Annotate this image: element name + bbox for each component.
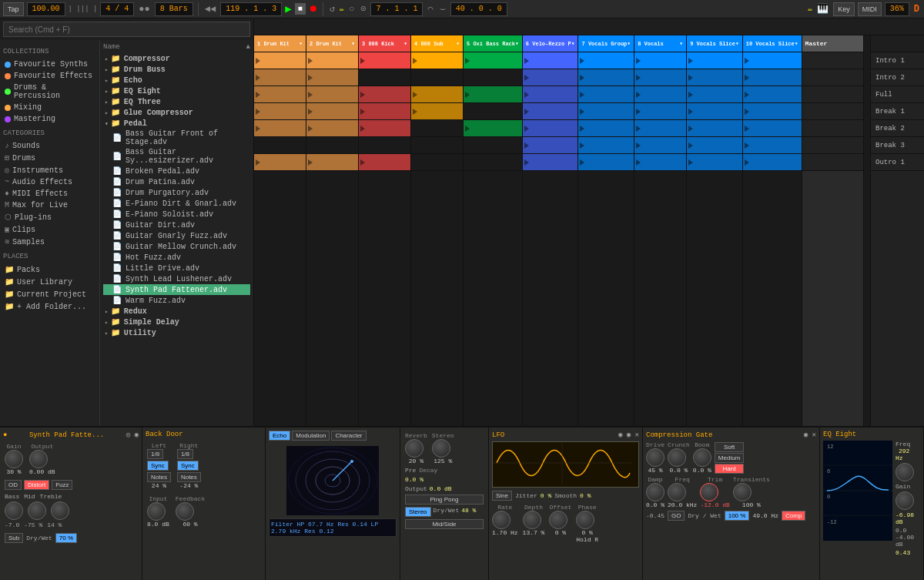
category-item[interactable]: ~Audio Effects: [3, 176, 96, 188]
power-icon[interactable]: ●: [3, 431, 7, 439]
mid-knob[interactable]: [28, 501, 46, 520]
file-tree-item[interactable]: ▸📁Drum Buss: [103, 64, 250, 75]
rate-knob[interactable]: [492, 511, 511, 529]
category-item[interactable]: ⬡Plug-ins: [3, 211, 96, 223]
clip-cell[interactable]: [306, 120, 358, 137]
clip-cell[interactable]: [359, 86, 410, 103]
clip-cell[interactable]: [634, 103, 686, 120]
file-tree-item[interactable]: ▸📁EQ Eight: [103, 85, 250, 96]
drive-knob[interactable]: [646, 448, 665, 467]
eq-freq-knob[interactable]: [896, 463, 914, 481]
places-item[interactable]: 📁Current Project: [3, 288, 96, 300]
clip-cell[interactable]: [254, 137, 306, 154]
scene-label[interactable]: Intro 2: [871, 69, 924, 86]
clip-cell[interactable]: [359, 120, 410, 137]
piano-icon[interactable]: 🎹: [815, 3, 830, 15]
clip-cell[interactable]: [578, 69, 634, 86]
clip-cell[interactable]: [306, 103, 358, 120]
track-header[interactable]: 7 Vocals Group▾: [578, 35, 634, 52]
sub-button[interactable]: Sub: [5, 533, 23, 543]
master-clip-cell[interactable]: [802, 86, 863, 103]
clip-cell[interactable]: [254, 154, 306, 171]
file-tree-item[interactable]: 📄Guitar Dirt.adv: [103, 220, 250, 230]
clip-cell[interactable]: [743, 69, 802, 86]
distort-button[interactable]: Distort: [24, 480, 49, 490]
clip-cell[interactable]: [254, 86, 306, 103]
master-clip-cell[interactable]: [802, 52, 863, 69]
hard-btn[interactable]: Hard: [715, 464, 744, 474]
track-header[interactable]: 4 808 Sub▾: [411, 35, 463, 52]
record-mode-icon[interactable]: ●●: [137, 4, 151, 15]
master-clip-cell[interactable]: [802, 69, 863, 86]
char-tab[interactable]: Character: [331, 431, 366, 441]
loop-start-display[interactable]: 7 . 1 . 1: [370, 2, 423, 16]
clip-cell[interactable]: [578, 86, 634, 103]
file-tree-item[interactable]: 📄Bass Guitar Sy...esizerizer.adv: [103, 147, 250, 166]
clip-cell[interactable]: [578, 52, 634, 69]
mod-tab[interactable]: Modulation: [292, 431, 330, 441]
clip-cell[interactable]: [359, 154, 410, 171]
eq-gain-knob[interactable]: [896, 491, 914, 510]
clip-cell[interactable]: [578, 103, 634, 120]
file-tree-item[interactable]: 📄Warm Fuzz.adv: [103, 295, 250, 306]
clip-cell[interactable]: [523, 154, 578, 171]
clip-cell[interactable]: [411, 69, 463, 86]
clip-cell[interactable]: [687, 69, 742, 86]
master-clip-cell[interactable]: [802, 120, 863, 137]
clip-cell[interactable]: [578, 154, 634, 171]
clip-cell[interactable]: [743, 86, 802, 103]
time-sig-display[interactable]: 4 / 4: [100, 2, 134, 16]
reverb-knob[interactable]: [405, 439, 424, 458]
file-tree-item[interactable]: ▸📁Redux: [103, 306, 250, 317]
punch-icon[interactable]: ✏: [340, 5, 344, 14]
file-tree-item[interactable]: ▸📁Echo: [103, 75, 250, 85]
clip-cell[interactable]: [464, 137, 522, 154]
file-tree-item[interactable]: 📄Little Drive.adv: [103, 263, 250, 273]
track-header[interactable]: 8 Vocals▾: [634, 35, 686, 52]
clip-cell[interactable]: [411, 86, 463, 103]
clip-cell[interactable]: [411, 120, 463, 137]
category-item[interactable]: ⊞Drums: [3, 152, 96, 164]
search-input[interactable]: [3, 22, 250, 37]
clip-cell[interactable]: [523, 86, 578, 103]
clip-cell[interactable]: [578, 120, 634, 137]
clip-cell[interactable]: [359, 52, 410, 69]
file-tree-item[interactable]: 📄E-Piano Soloist.adv: [103, 209, 250, 220]
crunch-knob[interactable]: [668, 448, 686, 467]
clip-cell[interactable]: [634, 137, 686, 154]
files-list[interactable]: ▸📁Compressor▸📁Drum Buss▸📁Echo▸📁EQ Eight▸…: [103, 53, 250, 338]
ping-pong-btn[interactable]: Ping Pong: [405, 495, 484, 505]
feedback-knob[interactable]: [176, 502, 194, 521]
file-tree-item[interactable]: 📄Bass Guitar Front of Stage.adv: [103, 129, 250, 147]
category-item[interactable]: MMax for Live: [3, 199, 96, 211]
position-display[interactable]: 119 . 1 . 3: [220, 2, 282, 16]
clip-cell[interactable]: [743, 154, 802, 171]
clip-cell[interactable]: [634, 86, 686, 103]
clip-cell[interactable]: [687, 154, 742, 171]
transients-knob[interactable]: [733, 483, 752, 501]
midi-button[interactable]: MIDI: [858, 2, 882, 16]
category-item[interactable]: ≋Samples: [3, 236, 96, 248]
track-header[interactable]: 9 Vocals Slice▾: [687, 35, 742, 52]
fuzz-button[interactable]: Fuzz: [52, 480, 72, 490]
edit-icon[interactable]: ✏: [808, 5, 812, 14]
clip-cell[interactable]: [464, 52, 522, 69]
clip-cell[interactable]: [464, 154, 522, 171]
follow-icon[interactable]: ○: [347, 4, 356, 15]
loop-icon[interactable]: ↺: [328, 3, 336, 15]
mid-side-btn[interactable]: Mid/Side: [405, 519, 484, 529]
file-tree-item[interactable]: ▸📁EQ Three: [103, 96, 250, 107]
stop-button[interactable]: ■: [295, 3, 306, 15]
places-item[interactable]: 📁Packs: [3, 263, 96, 276]
clip-cell[interactable]: [523, 120, 578, 137]
key-button[interactable]: Key: [833, 2, 855, 16]
file-tree-item[interactable]: 📄Drum Purgatory.adv: [103, 187, 250, 198]
sync-left-btn[interactable]: Sync: [147, 461, 169, 471]
clip-cell[interactable]: [306, 86, 358, 103]
tap-button[interactable]: Tap: [3, 2, 24, 16]
loop-end-display[interactable]: 40 . 0 . 0: [450, 2, 507, 16]
clip-cell[interactable]: [254, 69, 306, 86]
clip-cell[interactable]: [464, 69, 522, 86]
clip-cell[interactable]: [687, 103, 742, 120]
stereo2-btn[interactable]: Stereo: [405, 507, 431, 517]
